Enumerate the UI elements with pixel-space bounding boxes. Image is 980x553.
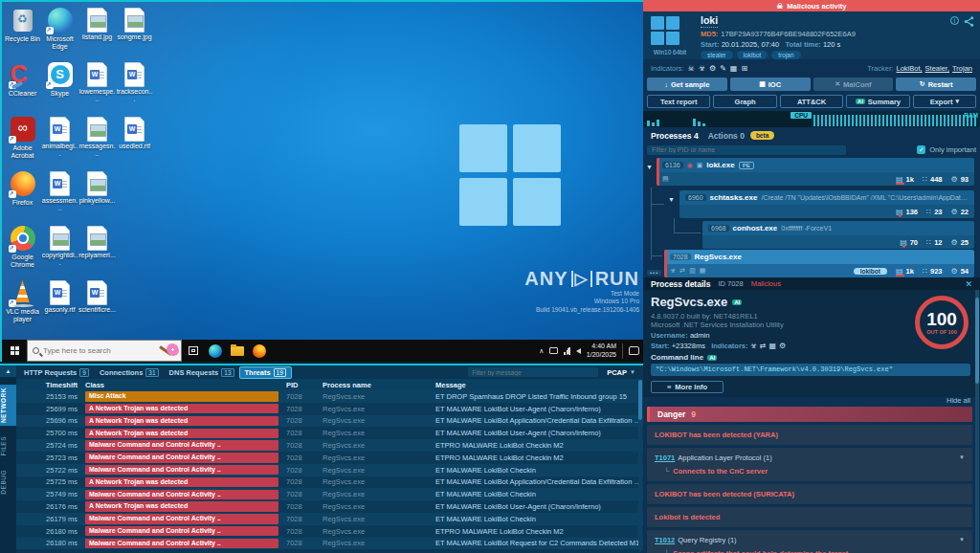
tag-stealer[interactable]: stealer [701,51,733,59]
network-stat[interactable]: ⚙22 [950,208,969,216]
desktop-icon-file[interactable]: lowemespe... [78,60,116,115]
threat-row[interactable]: 26180 msMalware Command and Control Acti… [16,525,643,538]
mitre-technique-link[interactable]: T1012 [655,536,675,544]
start-button[interactable] [2,340,27,362]
threat-row[interactable]: 25699 msA Network Trojan was detected702… [16,403,643,415]
taskbar-edge[interactable] [204,340,226,362]
files-stat[interactable]: ▤1k [896,267,914,276]
desktop-icon-file[interactable]: scientificre... [78,278,116,333]
desktop-icon-file[interactable]: iistand.jpg [78,6,116,60]
cmdline-value[interactable]: "C:\Windows\Microsoft.NET\Framework\v4.0… [651,364,970,376]
tab-dns-requests[interactable]: DNS Requests13 [165,367,239,378]
desktop-icon-file[interactable]: pinkyellow... [78,169,116,224]
restart-button[interactable]: ↻Restart [896,77,976,91]
registry-stat[interactable]: ∷23 [926,208,942,216]
hide-all-link[interactable]: Hide all [947,396,970,405]
danger-item-technique[interactable]: T1012Query Registry (1) ▼ Scans artifact… [647,530,972,553]
message-filter[interactable] [468,367,598,377]
danger-item-technique[interactable]: T1071Application Layer Protocol (1) ▼ Co… [647,448,972,481]
mitre-technique-link[interactable]: T1071 [655,453,675,462]
tab-actions[interactable]: Actions 0 [708,131,745,141]
share-icon[interactable] [964,16,974,27]
registry-stat[interactable]: ∷923 [923,267,943,276]
process-row-conhost[interactable]: 6968 conhost.exe 0xffffffff -ForceV1 ▤70… [702,221,974,249]
network-stat[interactable]: ⚙93 [950,175,969,184]
desktop-icon-chrome[interactable]: Google Chrome [4,224,41,278]
volume-icon[interactable] [576,348,581,354]
tag-lokibot[interactable]: lokibot [737,51,768,59]
network-stat[interactable]: ⚙25 [950,238,969,247]
process-filter-input[interactable] [647,146,846,153]
danger-item[interactable]: LOKIBOT has been detected (YARA) [647,425,972,445]
desktop-icon-file[interactable]: assessmen... [41,169,78,224]
threat-row[interactable]: 25749 msMalware Command and Control Acti… [16,488,643,500]
panel-scrollbar[interactable] [975,290,979,553]
taskbar-clock[interactable]: 4:40 AM 1/20/2025 [587,343,616,360]
tab-processes[interactable]: Processes 4 [651,131,699,141]
hidden-icons-button[interactable]: ∧ [539,347,544,355]
malconf-button[interactable]: ✕MalConf [813,77,894,91]
message-filter-input[interactable] [468,369,598,376]
only-important-toggle[interactable]: ✓Only important [917,145,976,154]
more-info-button[interactable]: ≡More Info [651,381,724,393]
ioc-button[interactable]: ▦IOC [730,77,811,91]
touch-keyboard-icon[interactable] [549,347,558,354]
desktop-icon-file[interactable]: copyrightdi... [41,224,78,278]
threat-row[interactable]: 25722 msMalware Command and Control Acti… [16,464,643,476]
taskbar-firefox[interactable] [248,340,270,362]
threat-row[interactable]: 25725 msA Network Trojan was detected702… [16,476,643,489]
chevron-down-icon[interactable]: ▼ [959,537,965,542]
taskbar-file-explorer[interactable] [226,340,248,362]
more-processes-button[interactable]: ••• [647,270,661,276]
process-row-schtasks[interactable]: 6960 schtasks.exe /Create /TN "Updates\l… [679,190,974,218]
desktop-icon-file[interactable]: tracksecon... [116,60,153,115]
threat-row[interactable]: 25696 msA Network Trojan was detected702… [16,415,643,428]
info-icon[interactable]: i [950,16,959,25]
danger-item[interactable]: Lokibot is detected [647,507,972,527]
pcap-dropdown[interactable]: PCAP▼ [607,368,635,377]
threat-row[interactable]: 25700 msA Network Trojan was detected702… [16,427,643,439]
desktop-icon-file[interactable]: gasonly.rtf [41,278,78,333]
threat-row[interactable]: 25723 msMalware Command and Control Acti… [16,452,643,464]
close-icon[interactable]: ✕ [965,279,972,289]
threat-row[interactable]: 26176 msA Network Trojan was detected702… [16,500,643,513]
sample-name[interactable]: loki [701,14,718,28]
export-button[interactable]: Export▾ [913,95,976,108]
sidebar-tab-files[interactable]: FILES [0,433,16,459]
tab-threats[interactable]: Threats19 [240,367,291,378]
search-input[interactable] [43,346,139,355]
desktop-icon-ccleaner[interactable]: CCleaner [4,60,41,115]
desktop-icon-vlc[interactable]: VLC media player [4,278,41,333]
process-filter[interactable] [647,145,846,155]
desktop-icon-file[interactable]: animalbegi... [41,115,78,169]
summary-button[interactable]: AISummary [846,95,909,108]
ai-badge[interactable]: AI [732,299,742,305]
tag-trojan[interactable]: trojan [771,51,800,59]
desktop-wallpaper[interactable]: Recycle Bin Microsoft Edge iistand.jpg s… [2,2,643,340]
network-stat[interactable]: ⚙54 [950,267,969,276]
chevron-down-icon[interactable]: ▼ [959,454,965,460]
action-center-icon[interactable] [629,346,639,355]
registry-stat[interactable]: ∷448 [923,175,943,184]
table-scrollbar[interactable] [638,380,642,551]
sidebar-tab-network[interactable]: NETWORK [0,385,16,426]
text-report-button[interactable]: Text report [647,95,710,108]
files-stat[interactable]: ▤1k [896,175,914,184]
files-stat[interactable]: ▤136 [896,208,918,216]
taskbar-search[interactable] [27,340,182,362]
process-row-loki[interactable]: 6136 ◉▣ loki.exe PE ▤ ▤1k ∷448 ⚙93 [657,158,974,186]
desktop-icon-firefox[interactable]: Firefox [4,169,41,224]
task-view-button[interactable] [182,340,204,362]
desktop-icon-recycle-bin[interactable]: Recycle Bin [4,6,41,60]
threat-row[interactable]: 25724 msMalware Command and Control Acti… [16,439,643,452]
threat-row[interactable]: 26180 msMalware Command and Control Acti… [16,538,643,550]
desktop-icon-skype[interactable]: Skype [41,60,78,115]
threat-row[interactable]: 25153 msMisc Attack7028RegSvcs.exeET DRO… [16,390,643,403]
ai-badge[interactable]: AI [707,355,717,361]
process-row-regsvcs[interactable]: 7028 RegSvcs.exe ☣⇄▥▦ lokibot ▤1k ∷923 ⚙… [664,250,974,277]
desktop-icon-file[interactable]: messagesn... [78,115,116,169]
tab-connections[interactable]: Connections31 [95,367,164,378]
collapse-panel-button[interactable]: ▲ [0,365,16,377]
danger-item[interactable]: LOKIBOT has been detected (SURICATA) [647,484,972,504]
get-sample-button[interactable]: ↓Get sample [647,77,727,91]
